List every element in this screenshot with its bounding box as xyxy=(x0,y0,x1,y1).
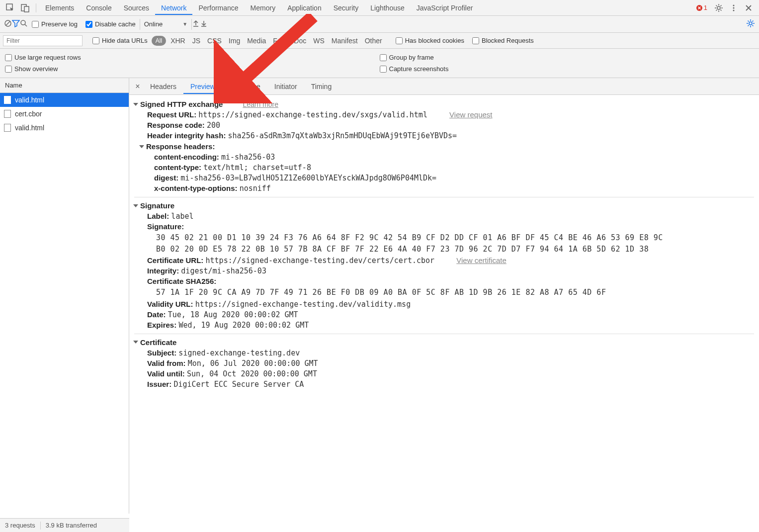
tab-performance[interactable]: Performance xyxy=(192,1,244,15)
separator xyxy=(40,522,41,530)
svg-point-5 xyxy=(733,4,735,6)
section-title: Signature xyxy=(140,201,174,210)
filter-icon[interactable] xyxy=(12,19,20,29)
header-integrity-row: Header integrity hash: sha256-aSdRm3m7qX… xyxy=(147,131,754,140)
has-blocked-cookies-label: Has blocked cookies xyxy=(405,37,464,44)
validity-url-row: Validity URL: https://signed-exchange-te… xyxy=(147,300,754,309)
cert-url-row: Certificate URL: https://signed-exchange… xyxy=(147,256,754,265)
tab-preview[interactable]: Preview xyxy=(183,79,222,94)
header-row: x-content-type-options: nosniff xyxy=(154,184,754,193)
network-main: Name valid.html cert.cbor valid.html × H… xyxy=(0,78,759,514)
tab-security[interactable]: Security xyxy=(328,1,365,15)
disable-cache-checkbox[interactable]: Disable cache xyxy=(85,20,136,28)
section-title: Certificate xyxy=(140,338,176,347)
filter-type-font[interactable]: Font xyxy=(269,37,290,45)
response-code-key: Response code: xyxy=(147,121,205,129)
header-integrity-value: sha256-aSdRm3m7qXtaWb3xjRn5mHDUqEbWAj9t9… xyxy=(228,131,457,140)
response-headers-section[interactable]: Response headers: xyxy=(140,142,754,151)
filter-type-xhr[interactable]: XHR xyxy=(167,37,189,45)
blocked-requests-checkbox[interactable]: Blocked Requests xyxy=(472,37,534,44)
filter-type-doc[interactable]: Doc xyxy=(290,37,310,45)
inspect-icon[interactable] xyxy=(5,3,15,13)
request-name: valid.html xyxy=(15,96,44,104)
view-certificate-link[interactable]: View certificate xyxy=(456,256,506,265)
request-row[interactable]: valid.html xyxy=(0,93,129,107)
group-by-frame-checkbox[interactable]: Group by frame xyxy=(380,54,755,61)
show-overview-checkbox[interactable]: Show overview xyxy=(5,65,380,73)
tab-memory[interactable]: Memory xyxy=(245,1,282,15)
tab-lighthouse[interactable]: Lighthouse xyxy=(364,1,411,15)
header-row: content-encoding: mi-sha256-03 xyxy=(154,153,754,162)
expires-row: Expires: Wed, 19 Aug 2020 00:00:02 GMT xyxy=(147,321,754,330)
valid-until-row: Valid until: Sun, 04 Oct 2020 00:00:00 G… xyxy=(147,369,754,378)
signature-label-row: Label: label xyxy=(147,212,754,221)
tab-timing[interactable]: Timing xyxy=(304,79,339,94)
issuer-row: Issuer: DigiCert ECC Secure Server CA xyxy=(147,380,754,389)
view-request-link[interactable]: View request xyxy=(449,110,492,119)
error-count-badge[interactable]: 1 xyxy=(696,4,707,11)
tab-sources[interactable]: Sources xyxy=(118,1,155,15)
throttling-select[interactable]: Online ▼ xyxy=(140,19,192,30)
expand-triangle-icon xyxy=(133,204,138,207)
header-row: content-type: text/html; charset=utf-8 xyxy=(154,163,754,172)
filter-type-all[interactable]: All xyxy=(152,36,166,46)
group-by-frame-label: Group by frame xyxy=(389,54,434,61)
devtools-main-toolbar: Elements Console Sources Network Perform… xyxy=(0,0,759,16)
section-signed-http-exchange[interactable]: Signed HTTP exchange Learn more xyxy=(134,100,754,108)
request-row[interactable]: valid.html xyxy=(0,121,129,135)
request-url-key: Request URL: xyxy=(147,110,196,119)
signature-hex: B0 02 20 0D E5 78 22 0B 10 57 7B 8A CF B… xyxy=(156,244,754,255)
hide-data-urls-label: Hide data URLs xyxy=(102,37,148,44)
filter-type-img[interactable]: Img xyxy=(225,37,244,45)
tab-network[interactable]: Network xyxy=(155,1,192,15)
use-large-rows-checkbox[interactable]: Use large request rows xyxy=(5,54,380,61)
integrity-row: Integrity: digest/mi-sha256-03 xyxy=(147,266,754,275)
document-icon xyxy=(4,110,11,118)
preview-body: Signed HTTP exchange Learn more Request … xyxy=(129,95,759,514)
tab-application[interactable]: Application xyxy=(281,1,328,15)
request-row[interactable]: cert.cbor xyxy=(0,107,129,121)
upload-har-icon[interactable] xyxy=(192,19,200,29)
close-detail-icon[interactable]: × xyxy=(132,82,143,91)
detail-tabs: × Headers Preview Response Initiator Tim… xyxy=(129,78,759,95)
capture-screenshots-checkbox[interactable]: Capture screenshots xyxy=(380,65,755,73)
request-list-header[interactable]: Name xyxy=(0,78,129,93)
network-settings-gear-icon[interactable] xyxy=(746,19,755,29)
download-har-icon[interactable] xyxy=(200,19,208,29)
filter-type-css[interactable]: CSS xyxy=(204,37,225,45)
section-title: Signed HTTP exchange xyxy=(140,100,223,108)
svg-rect-2 xyxy=(24,6,29,12)
filter-type-manifest[interactable]: Manifest xyxy=(328,37,361,45)
show-overview-label: Show overview xyxy=(14,65,58,73)
tab-js-profiler[interactable]: JavaScript Profiler xyxy=(411,1,479,15)
section-signature[interactable]: Signature xyxy=(134,201,754,210)
filter-type-js[interactable]: JS xyxy=(189,37,204,45)
search-icon[interactable] xyxy=(20,19,28,29)
filter-input[interactable] xyxy=(3,35,83,46)
network-statusbar: 3 requests 3.9 kB transferred xyxy=(0,518,129,532)
header-integrity-key: Header integrity hash: xyxy=(147,131,226,140)
tab-elements[interactable]: Elements xyxy=(39,1,80,15)
tab-console[interactable]: Console xyxy=(80,1,117,15)
device-toggle-icon[interactable] xyxy=(20,3,30,13)
learn-more-link[interactable]: Learn more xyxy=(243,100,278,108)
request-name: cert.cbor xyxy=(15,110,42,118)
filter-type-media[interactable]: Media xyxy=(244,37,269,45)
settings-gear-icon[interactable] xyxy=(714,3,724,13)
response-code-value: 200 xyxy=(207,121,220,130)
error-count-value: 1 xyxy=(704,4,707,11)
has-blocked-cookies-checkbox[interactable]: Has blocked cookies xyxy=(396,37,464,44)
response-code-row: Response code: 200 xyxy=(147,121,754,130)
filter-type-other[interactable]: Other xyxy=(361,37,386,45)
tab-initiator[interactable]: Initiator xyxy=(267,79,304,94)
clear-icon[interactable] xyxy=(4,19,12,29)
hide-data-urls-checkbox[interactable]: Hide data URLs xyxy=(92,37,148,44)
tab-response[interactable]: Response xyxy=(222,79,267,94)
network-filterbar: Hide data URLs All XHR JS CSS Img Media … xyxy=(0,33,759,49)
section-certificate[interactable]: Certificate xyxy=(134,338,754,347)
more-menu-icon[interactable] xyxy=(729,3,739,13)
filter-type-ws[interactable]: WS xyxy=(310,37,328,45)
preserve-log-checkbox[interactable]: Preserve log xyxy=(32,20,78,28)
tab-headers[interactable]: Headers xyxy=(143,79,183,94)
close-icon[interactable] xyxy=(744,3,754,13)
